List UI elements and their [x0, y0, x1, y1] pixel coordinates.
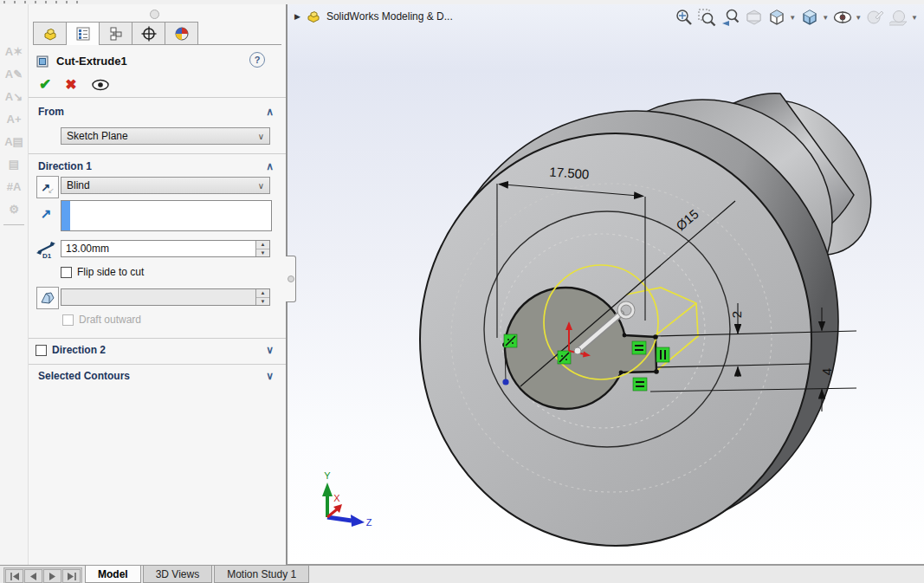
- from-collapse-chevron[interactable]: ∧: [266, 106, 274, 118]
- width-dimension[interactable]: 17.500: [549, 164, 590, 181]
- relation-badge-parallel: [656, 347, 669, 362]
- tab-dimxpertmanager[interactable]: [132, 22, 165, 45]
- tab-displaymanager[interactable]: [165, 22, 198, 45]
- from-plane-value: Sketch Plane: [67, 130, 128, 142]
- spin-down-icon[interactable]: ▼: [256, 298, 269, 306]
- from-section-label: From: [38, 106, 64, 118]
- spin-down-icon[interactable]: ▼: [256, 249, 269, 257]
- relation-badge-coincident: [558, 351, 571, 364]
- cut-extrude-icon: [36, 54, 50, 68]
- previous-tab-button[interactable]: [24, 569, 42, 583]
- snapshot-icon[interactable]: ▤: [3, 153, 24, 174]
- active-selection-strip: [61, 201, 70, 230]
- flyout-tree-arrow[interactable]: ▶: [294, 12, 300, 21]
- panel-flyout-handle[interactable]: [286, 256, 296, 302]
- keyway-width-dimension[interactable]: 4: [819, 368, 834, 375]
- feature-header: Cut-Extrude1 ?: [36, 52, 279, 69]
- next-tab-button[interactable]: [43, 569, 61, 583]
- dropdown-caret-icon[interactable]: ▼: [822, 14, 829, 22]
- model-view[interactable]: Ø15 17.500 2 4: [288, 4, 924, 564]
- depth-input[interactable]: 13.00mm ▲ ▼: [61, 240, 270, 257]
- previous-view-icon[interactable]: [720, 7, 740, 28]
- apply-scene-icon[interactable]: [888, 7, 909, 28]
- tab-3d-views[interactable]: 3D Views: [143, 566, 212, 583]
- tab-model[interactable]: Model: [85, 566, 141, 583]
- triad-y-label: Y: [324, 470, 331, 481]
- triad-z-label: Z: [366, 517, 372, 528]
- graphics-area[interactable]: Ø15 17.500 2 4: [287, 4, 924, 565]
- depth-spinner[interactable]: ▲ ▼: [255, 241, 269, 256]
- draft-spinner[interactable]: ▲ ▼: [255, 289, 269, 305]
- end-condition-combobox[interactable]: Blind ∨: [61, 177, 270, 194]
- tab-propertymanager[interactable]: [66, 22, 99, 45]
- direction1-collapse-chevron[interactable]: ∧: [266, 160, 274, 172]
- spin-up-icon[interactable]: ▲: [256, 289, 269, 298]
- flip-side-checkbox[interactable]: [61, 267, 72, 278]
- last-tab-button[interactable]: [62, 569, 81, 583]
- dropdown-caret-icon[interactable]: ▼: [855, 14, 862, 22]
- draft-outward-label: Draft outward: [79, 314, 141, 326]
- dropdown-caret-icon[interactable]: ▼: [789, 14, 796, 22]
- direction2-expand-chevron[interactable]: ∨: [266, 344, 274, 356]
- combo-arrow-icon: ∨: [258, 132, 264, 141]
- note-clipboard-icon[interactable]: A▤: [3, 131, 24, 152]
- separator: [29, 364, 286, 365]
- selected-contours-label: Selected Contours: [38, 370, 130, 382]
- document-tabs: Model 3D Views Motion Study 1: [85, 566, 311, 583]
- from-plane-combobox[interactable]: Sketch Plane ∨: [61, 127, 270, 145]
- solidworks-window: A✶ A✎ A↘ A+ A▤ ▤ #A ⚙: [0, 0, 924, 583]
- note-insert-icon[interactable]: A↘: [3, 86, 24, 107]
- zoom-to-fit-icon[interactable]: [673, 7, 694, 28]
- feature-title: Cut-Extrude1: [56, 55, 127, 68]
- display-style-icon[interactable]: [799, 7, 820, 28]
- note-new-icon[interactable]: A✶: [3, 41, 24, 62]
- draft-button[interactable]: [36, 287, 59, 309]
- tab-scroll-buttons: [3, 567, 82, 583]
- end-condition-value: Blind: [67, 179, 90, 191]
- tab-featuremanager-design-tree[interactable]: [33, 22, 66, 45]
- edit-appearance-icon[interactable]: [865, 7, 886, 28]
- view-orientation-icon[interactable]: [766, 7, 787, 28]
- relation-badge-equal: [633, 378, 647, 391]
- property-list-icon: [75, 26, 91, 42]
- first-tab-button[interactable]: [5, 569, 23, 583]
- reverse-direction-alt-icon: ↙: [48, 186, 55, 195]
- draft-angle-input[interactable]: ▲ ▼: [61, 288, 270, 306]
- note-add-icon[interactable]: A+: [3, 108, 24, 129]
- spin-up-icon[interactable]: ▲: [256, 241, 269, 249]
- help-icon[interactable]: ?: [249, 52, 265, 68]
- flip-side-row: Flip side to cut: [61, 266, 144, 278]
- sketch-endpoint-blue[interactable]: [502, 379, 508, 385]
- section-view-icon[interactable]: [743, 7, 764, 28]
- keyway-depth-dimension[interactable]: 2: [729, 311, 744, 318]
- configuration-tree-icon: [108, 26, 124, 42]
- direction2-checkbox[interactable]: [36, 345, 47, 356]
- toolbar-drag-handle[interactable]: [3, 1, 83, 3]
- draft-outward-row: Draft outward: [62, 314, 141, 326]
- preview-eye-button[interactable]: [91, 78, 110, 91]
- zoom-to-area-icon[interactable]: [696, 7, 717, 28]
- reverse-direction-button[interactable]: ↗ ↙: [36, 176, 59, 198]
- flip-side-label: Flip side to cut: [77, 266, 144, 278]
- bottom-bar: Model 3D Views Motion Study 1: [0, 565, 924, 583]
- hide-show-items-icon[interactable]: [832, 7, 853, 28]
- dropdown-caret-icon[interactable]: ▼: [911, 14, 918, 22]
- direction-reference-selectbox[interactable]: [61, 200, 272, 231]
- chain-dimension-icon[interactable]: ⚙: [3, 198, 24, 219]
- tab-configurationmanager[interactable]: [99, 22, 132, 45]
- direction2-section-label: Direction 2: [52, 344, 106, 356]
- tab-motion-study-1[interactable]: Motion Study 1: [214, 566, 309, 583]
- annotation-pattern-icon[interactable]: #A: [3, 176, 24, 197]
- draft-outward-checkbox[interactable]: [62, 314, 74, 326]
- headsup-view-toolbar: ▼ ▼ ▼ ▼: [673, 7, 919, 28]
- panel-resize-grip[interactable]: [150, 10, 159, 19]
- depth-value: 13.00mm: [66, 243, 109, 255]
- direction-reference-icon: ↗: [41, 206, 52, 222]
- cancel-button[interactable]: ✖: [65, 76, 76, 93]
- separator: [29, 338, 286, 339]
- note-edit-icon[interactable]: A✎: [3, 63, 24, 84]
- separator: [29, 153, 286, 154]
- selected-contours-expand-chevron[interactable]: ∨: [266, 370, 274, 382]
- ok-button[interactable]: ✔: [39, 75, 51, 94]
- property-manager-panel: Cut-Extrude1 ? ✔ ✖ From ∧ Sketch Plane ∨…: [29, 4, 287, 565]
